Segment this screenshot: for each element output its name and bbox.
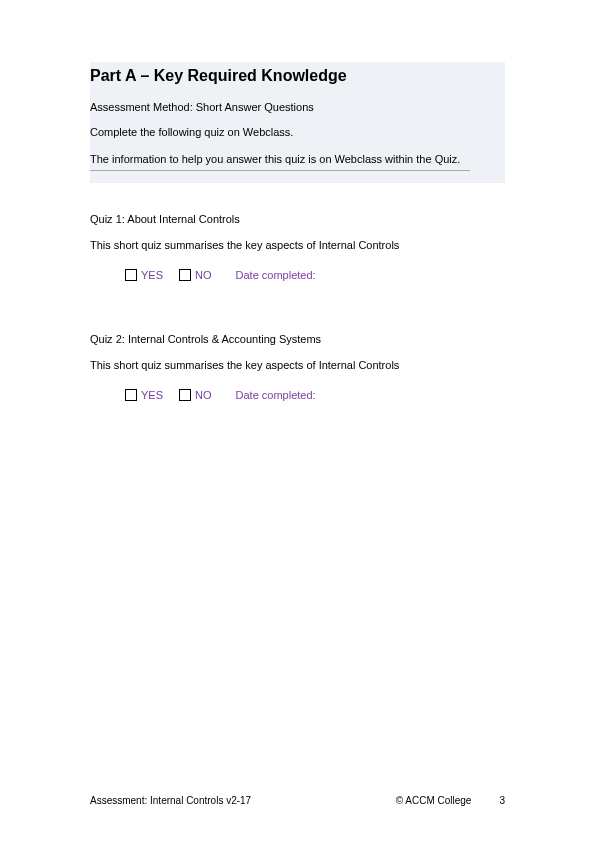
page-footer: Assessment: Internal Controls v2-17 © AC… (90, 795, 505, 806)
quiz-1-block: Quiz 1: About Internal Controls This sho… (90, 185, 505, 281)
quiz-2-desc: This short quiz summarises the key aspec… (90, 359, 505, 371)
footer-copyright: © ACCM College (396, 795, 472, 806)
footer-page-number: 3 (499, 795, 505, 806)
page: Part A – Key Required Knowledge Assessme… (0, 0, 596, 842)
info-text: The information to help you answer this … (90, 152, 505, 167)
quiz-1-no-checkbox[interactable] (179, 269, 191, 281)
quiz-2-title: Quiz 2: Internal Controls & Accounting S… (90, 333, 505, 345)
instruction-text: Complete the following quiz on Webclass. (90, 125, 505, 140)
quiz-1-title: Quiz 1: About Internal Controls (90, 213, 505, 225)
quiz-2-response-row: YES NO Date completed: (90, 389, 505, 401)
quiz-2-date-label: Date completed: (236, 389, 316, 401)
quiz-2-no-checkbox[interactable] (179, 389, 191, 401)
quiz-1-no-label: NO (195, 269, 212, 281)
quiz-1-desc: This short quiz summarises the key aspec… (90, 239, 505, 251)
footer-left: Assessment: Internal Controls v2-17 (90, 795, 251, 806)
footer-right: © ACCM College 3 (396, 795, 505, 806)
quiz-1-date-label: Date completed: (236, 269, 316, 281)
quiz-1-response-row: YES NO Date completed: (90, 269, 505, 281)
quiz-1-yes-label: YES (141, 269, 163, 281)
quiz-2-yes-label: YES (141, 389, 163, 401)
divider (90, 170, 470, 171)
assessment-method: Assessment Method: Short Answer Question… (90, 101, 505, 113)
quiz-2-no-label: NO (195, 389, 212, 401)
quiz-2-block: Quiz 2: Internal Controls & Accounting S… (90, 305, 505, 401)
header-box: Part A – Key Required Knowledge Assessme… (90, 62, 505, 183)
page-title: Part A – Key Required Knowledge (90, 62, 505, 87)
quiz-1-yes-checkbox[interactable] (125, 269, 137, 281)
quiz-2-yes-checkbox[interactable] (125, 389, 137, 401)
